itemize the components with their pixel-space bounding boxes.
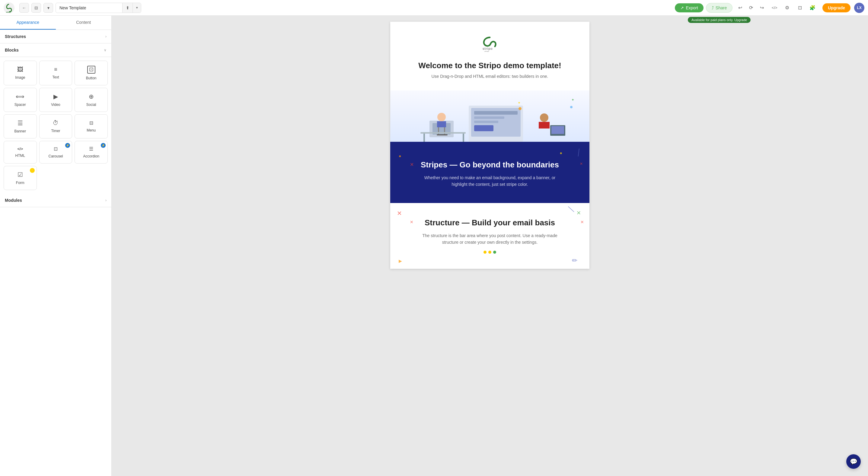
- dots-row: [402, 251, 577, 254]
- deco-arrow: ▶: [399, 258, 402, 263]
- email-structure-sub: The structure is the bar area where you …: [402, 232, 577, 246]
- email-welcome-sub: Use Drag-n-Drop and HTML email editors: …: [396, 74, 583, 79]
- svg-rect-22: [539, 122, 550, 128]
- social-block-label: Social: [86, 102, 96, 107]
- banner-block-icon: ☰: [18, 120, 23, 127]
- template-dropdown-button[interactable]: ▾: [43, 3, 53, 13]
- block-form[interactable]: ☑ ⚡ Form: [4, 166, 37, 190]
- email-dark-section: ● ✕ ● ✕ ╱ Stripes — Go beyond the bounda…: [390, 145, 589, 203]
- menu-block-label: Menu: [87, 128, 96, 132]
- template-name-input[interactable]: [56, 4, 122, 12]
- email-header: stripo .email Welcome to the Stripo demo…: [390, 22, 589, 91]
- redo-button[interactable]: ↪: [756, 3, 767, 13]
- template-name-area: ⬆ ▾: [56, 3, 141, 13]
- device-preview-button[interactable]: ⊡: [795, 3, 805, 13]
- modules-section-header[interactable]: Modules ›: [0, 194, 112, 207]
- banner-block-label: Banner: [14, 129, 26, 133]
- chat-bubble-button[interactable]: 💬: [846, 454, 861, 469]
- dropdown-icon: ▾: [48, 5, 50, 10]
- svg-text:✦: ✦: [571, 98, 574, 102]
- deco-line-1: ╱: [576, 149, 581, 157]
- form-block-label: Form: [16, 181, 25, 185]
- template-view-button[interactable]: ⊟: [31, 3, 41, 13]
- video-block-icon: ▶: [54, 93, 58, 100]
- deco-x-4: ✕: [410, 220, 413, 224]
- blocks-chevron-icon: ∨: [104, 48, 106, 52]
- share-container: ⤴ Share Available for paid plans only. U…: [706, 3, 733, 13]
- spacer-block-icon: ⟺: [16, 93, 25, 100]
- user-avatar-button[interactable]: LX: [854, 3, 864, 13]
- back-button[interactable]: ←: [19, 3, 29, 13]
- svg-point-25: [519, 107, 522, 110]
- text-block-label: Text: [52, 75, 59, 80]
- export-button[interactable]: ↗ Export: [675, 3, 703, 12]
- deco-x-6: ✕: [580, 220, 584, 224]
- email-dark-section-title: Stripes — Go beyond the boundaries: [402, 160, 577, 169]
- block-menu[interactable]: ⊟ Menu: [74, 114, 108, 138]
- dot-2: [488, 251, 491, 254]
- carousel-badge: ⚡: [65, 143, 70, 148]
- tab-content[interactable]: Content: [56, 16, 112, 30]
- puzzle-icon: 🧩: [809, 5, 815, 10]
- block-video[interactable]: ▶ Video: [39, 88, 72, 112]
- menu-block-icon: ⊟: [89, 120, 93, 126]
- share-icon: ⤴: [712, 5, 714, 10]
- share-label: Share: [716, 5, 727, 10]
- blocks-title: Blocks: [5, 47, 19, 53]
- history-button[interactable]: ⟳: [746, 3, 756, 13]
- block-image[interactable]: 🖼 Image: [4, 61, 37, 85]
- block-html[interactable]: </> HTML: [4, 141, 37, 163]
- svg-rect-20: [474, 125, 493, 131]
- svg-rect-17: [474, 111, 518, 115]
- code-button[interactable]: </>: [769, 3, 780, 13]
- block-social[interactable]: ⊕ Social: [74, 88, 108, 112]
- accordion-block-icon: ☰: [89, 146, 93, 152]
- chevron-down-icon: ▾: [136, 6, 138, 10]
- structures-title: Structures: [5, 34, 26, 39]
- email-structure-section: ✕ ✕ ✕ ✕ ╲ Structure — Build your email b…: [390, 203, 589, 269]
- block-timer[interactable]: ⏱ Timer: [39, 114, 72, 138]
- block-carousel[interactable]: ⊡ ⚡ Carousel: [39, 141, 72, 163]
- undo-button[interactable]: ↩: [735, 3, 745, 13]
- image-block-icon: 🖼: [17, 66, 23, 73]
- deco-line-2: ╲: [568, 205, 574, 213]
- svg-text:stripo: stripo: [483, 47, 493, 51]
- structures-chevron-icon: ›: [105, 34, 106, 39]
- gear-icon: ⚙: [785, 5, 789, 10]
- accordion-badge: ⚡: [101, 143, 105, 148]
- html-block-icon: </>: [17, 147, 23, 151]
- blocks-section-header[interactable]: Blocks ∨: [0, 43, 112, 57]
- upgrade-button[interactable]: Upgrade: [823, 3, 850, 12]
- svg-rect-29: [390, 142, 589, 145]
- block-banner[interactable]: ☰ Banner: [4, 114, 37, 138]
- block-text[interactable]: ≡ Text: [39, 61, 72, 85]
- timer-block-label: Timer: [51, 129, 60, 133]
- template-upload-button[interactable]: ⬆: [122, 3, 132, 13]
- svg-rect-14: [463, 134, 464, 143]
- svg-text:email: email: [6, 11, 11, 13]
- svg-rect-10: [444, 127, 445, 135]
- form-block-icon: ☑: [18, 171, 23, 178]
- share-tooltip: Available for paid plans only. Upgrade: [688, 17, 751, 23]
- structures-section-header[interactable]: Structures ›: [0, 30, 112, 43]
- button-block-icon: ⊡: [87, 66, 95, 73]
- banner-svg: ✦ ✦: [390, 91, 589, 145]
- deco-pen: ✏: [572, 257, 577, 264]
- undo-icon: ↩: [738, 5, 742, 10]
- svg-rect-11: [437, 134, 447, 135]
- share-button[interactable]: ⤴ Share: [706, 3, 733, 13]
- button-block-label: Button: [86, 76, 97, 80]
- stripo-email-logo: stripo .email: [472, 34, 508, 52]
- blocks-grid-section: 🖼 Image ≡ Text ⊡ Button ⟺ Spacer ▶: [0, 57, 112, 194]
- settings-button[interactable]: ⚙: [782, 3, 792, 13]
- block-button[interactable]: ⊡ Button: [74, 61, 108, 85]
- social-block-icon: ⊕: [89, 93, 94, 100]
- block-accordion[interactable]: ☰ ⚡ Accordion: [74, 141, 108, 163]
- template-options-button[interactable]: ▾: [132, 3, 141, 13]
- tab-appearance[interactable]: Appearance: [0, 16, 56, 30]
- block-spacer[interactable]: ⟺ Spacer: [4, 88, 37, 112]
- puzzle-button[interactable]: 🧩: [807, 3, 817, 13]
- deco-dot-1: ●: [399, 154, 401, 158]
- left-panel: Appearance Content Structures › Blocks ∨…: [0, 16, 112, 476]
- redo-icon: ↪: [760, 5, 764, 10]
